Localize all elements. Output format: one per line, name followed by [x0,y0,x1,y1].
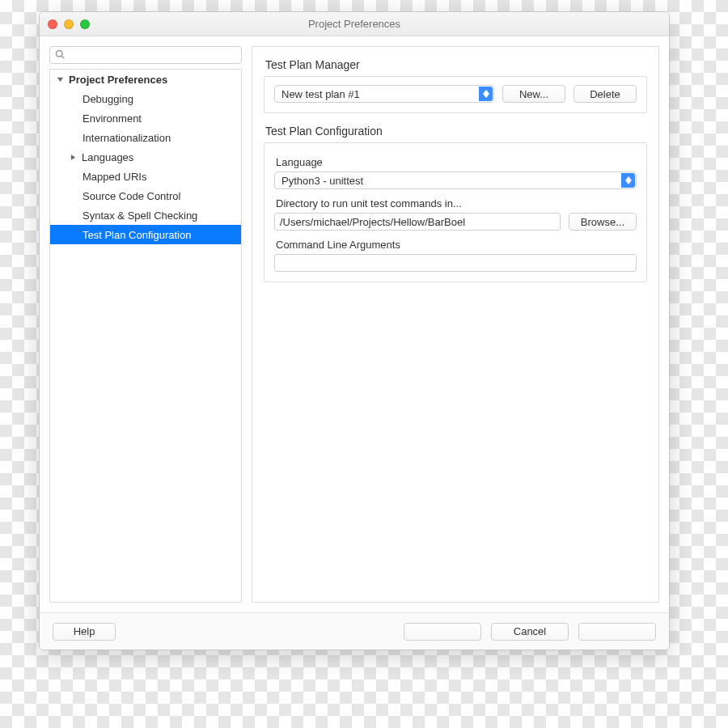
tree-item-internationalization[interactable]: Internationalization [50,128,241,147]
sidebar: Project Preferences Debugging Environmen… [49,46,242,603]
svg-marker-3 [71,154,75,159]
tree-item-syntax-spell[interactable]: Syntax & Spell Checking [50,205,241,225]
svg-point-0 [57,50,63,57]
svg-marker-2 [57,77,63,81]
tree-item-mapped-uris[interactable]: Mapped URIs [50,167,241,186]
args-field[interactable] [274,254,637,272]
ok-button[interactable] [578,623,656,641]
new-plan-button[interactable]: New... [502,85,565,103]
disclosure-triangle-icon[interactable] [57,76,64,83]
test-plan-manager-group: New test plan #1 New... Delete [264,76,647,113]
tree-item-environment[interactable]: Environment [50,108,241,128]
tree-item-languages[interactable]: Languages [50,147,241,167]
language-select[interactable]: Python3 - unittest [274,171,637,189]
svg-marker-5 [483,94,489,98]
language-select-value: Python3 - unittest [281,175,363,187]
search-icon [55,49,65,61]
browse-button[interactable]: Browse... [569,213,637,231]
language-label: Language [276,156,637,168]
window-body: Project Preferences Debugging Environmen… [40,36,669,612]
directory-field[interactable]: /Users/michael/Projects/Hellow/BarBoel [274,213,561,231]
section-title-manager: Test Plan Manager [265,58,647,71]
content-pane: Test Plan Manager New test plan #1 New..… [252,46,659,603]
args-label: Command Line Arguments [276,239,637,251]
preferences-window: Project Preferences Project Preferences … [39,11,670,650]
directory-label: Directory to run unit test commands in..… [276,197,637,210]
tree-root[interactable]: Project Preferences [50,70,241,89]
tree-root-label: Project Preferences [69,74,167,86]
updown-icon [479,87,493,101]
tree-item-test-plan-config[interactable]: Test Plan Configuration [50,225,241,244]
svg-line-1 [61,56,64,58]
titlebar: Project Preferences [40,12,669,36]
tree-item-source-code-control[interactable]: Source Code Control [50,186,241,205]
footer-button-1[interactable] [404,623,481,641]
test-plan-config-group: Language Python3 - unittest Directory to… [264,142,647,282]
footer: Help Cancel [40,612,669,650]
delete-plan-button[interactable]: Delete [574,85,637,103]
search-input[interactable] [70,49,236,61]
section-title-config: Test Plan Configuration [265,125,647,138]
cancel-button[interactable]: Cancel [491,623,569,641]
window-title: Project Preferences [40,18,669,30]
disclosure-triangle-icon[interactable] [70,154,77,161]
test-plan-select[interactable]: New test plan #1 [274,85,494,103]
directory-value: /Users/michael/Projects/Hellow/BarBoel [280,216,465,228]
updown-icon [621,173,635,188]
tree-item-debugging[interactable]: Debugging [50,89,241,108]
help-button[interactable]: Help [53,623,116,641]
preferences-tree[interactable]: Project Preferences Debugging Environmen… [49,69,242,603]
svg-marker-7 [625,180,632,184]
search-field[interactable] [49,46,242,64]
test-plan-select-value: New test plan #1 [281,88,360,100]
